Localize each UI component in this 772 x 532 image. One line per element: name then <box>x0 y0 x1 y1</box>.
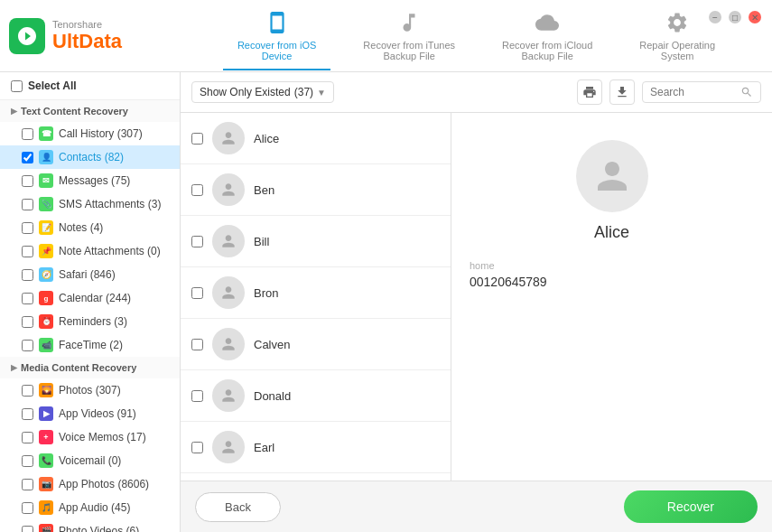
sidebar-item-voicemail[interactable]: 📞 Voicemail (0) <box>0 449 180 472</box>
export-button[interactable] <box>609 79 635 105</box>
notes-icon: 📝 <box>39 220 53 235</box>
header: Tenorshare UltData Recover from iOS Devi… <box>0 0 772 72</box>
contact-calven-avatar <box>212 328 245 360</box>
tab-icloud-label: Recover from iCloud Backup File <box>502 40 592 61</box>
phone-icon <box>264 9 291 36</box>
sidebar-item-app-audio[interactable]: 🎵 App Audio (45) <box>0 496 180 519</box>
note-att-checkbox[interactable] <box>22 246 33 257</box>
calendar-checkbox[interactable] <box>22 293 33 304</box>
sidebar-item-call-history[interactable]: ☎ Call History (307) <box>0 122 180 145</box>
app-photos-label: App Photos (8606) <box>59 478 169 490</box>
section-media-label: Media Content Recovery <box>21 362 136 373</box>
sidebar-item-calendar[interactable]: g Calendar (244) <box>0 286 180 310</box>
sidebar-item-sms-attachments[interactable]: 📎 SMS Attachments (3) <box>0 192 180 216</box>
photo-videos-checkbox[interactable] <box>22 526 33 533</box>
nav-tabs: Recover from iOS Device Recover from iTu… <box>190 2 763 70</box>
sidebar-item-photos[interactable]: 🌄 Photos (307) <box>0 378 180 402</box>
app-name: UltData <box>52 30 122 53</box>
facetime-checkbox[interactable] <box>22 340 33 351</box>
filter-dropdown[interactable]: Show Only Existed (37) ▼ <box>191 81 334 103</box>
notes-checkbox[interactable] <box>22 222 33 234</box>
tab-itunes[interactable]: Recover from iTunes Backup File <box>349 2 470 70</box>
contact-alice-checkbox[interactable] <box>191 133 203 145</box>
sidebar-item-note-attachments[interactable]: 📌 Note Attachments (0) <box>0 239 180 263</box>
photos-icon: 🌄 <box>39 383 53 397</box>
call-history-checkbox[interactable] <box>22 128 33 140</box>
photo-videos-label: Photo Videos (6) <box>59 525 169 532</box>
contact-calven-checkbox[interactable] <box>191 339 203 350</box>
contact-item-calven[interactable]: Calven <box>181 319 451 370</box>
minimize-button[interactable]: − <box>709 11 721 23</box>
detail-avatar <box>576 140 648 212</box>
reminders-label: Reminders (3) <box>59 315 169 328</box>
filter-count: (37) <box>294 86 313 98</box>
select-all-item[interactable]: Select All <box>0 72 180 100</box>
safari-checkbox[interactable] <box>22 269 33 281</box>
select-all-checkbox[interactable] <box>11 80 23 92</box>
contact-bill-avatar <box>212 225 245 257</box>
contact-ben-checkbox[interactable] <box>191 184 203 196</box>
contact-item-edison[interactable]: Edison <box>181 473 451 481</box>
contact-item-alice[interactable]: Alice <box>181 113 451 164</box>
close-button[interactable]: ✕ <box>749 11 761 23</box>
content-area: Show Only Existed (37) ▼ <box>181 72 772 532</box>
contact-item-bron[interactable]: Bron <box>181 267 451 319</box>
tab-ios-device[interactable]: Recover from iOS Device <box>223 2 330 70</box>
contact-item-donald[interactable]: Donald <box>181 370 451 422</box>
app-audio-checkbox[interactable] <box>22 502 33 514</box>
detail-field-label: home <box>470 260 495 271</box>
app-videos-checkbox[interactable] <box>22 408 33 420</box>
sidebar-item-voice-memos[interactable]: + Voice Memos (17) <box>0 425 180 449</box>
phone-icon: ☎ <box>39 126 53 141</box>
sidebar-item-safari[interactable]: 🧭 Safari (846) <box>0 263 180 286</box>
contact-donald-checkbox[interactable] <box>191 390 203 402</box>
contact-bill-name: Bill <box>254 235 269 248</box>
calendar-label: Calendar (244) <box>59 292 169 304</box>
sidebar-item-notes[interactable]: 📝 Notes (4) <box>0 216 180 239</box>
facetime-label: FaceTime (2) <box>59 339 169 351</box>
contact-alice-name: Alice <box>254 132 279 145</box>
maximize-button[interactable]: □ <box>729 11 741 23</box>
contact-alice-avatar <box>212 122 245 154</box>
print-button[interactable] <box>577 79 602 105</box>
main-content: Select All ▶ Text Content Recovery ☎ Cal… <box>0 72 772 532</box>
app-photos-checkbox[interactable] <box>22 479 33 490</box>
sidebar-item-photo-videos[interactable]: 🎬 Photo Videos (6) <box>0 519 180 532</box>
safari-label: Safari (846) <box>59 268 169 281</box>
contacts-checkbox[interactable] <box>22 152 33 163</box>
sidebar-item-contacts[interactable]: 👤 Contacts (82) <box>0 145 180 169</box>
note-att-label: Note Attachments (0) <box>59 245 169 257</box>
back-button[interactable]: Back <box>195 492 281 522</box>
contacts-label: Contacts (82) <box>59 151 169 163</box>
contact-item-earl[interactable]: Earl <box>181 422 451 473</box>
contact-bron-checkbox[interactable] <box>191 287 203 299</box>
list-area: Alice Ben Bill <box>181 113 772 481</box>
sidebar-item-facetime[interactable]: 📹 FaceTime (2) <box>0 333 180 357</box>
search-input[interactable] <box>650 86 740 98</box>
contact-earl-name: Earl <box>254 441 274 454</box>
contact-bill-checkbox[interactable] <box>191 236 203 247</box>
sidebar-item-app-videos[interactable]: ▶ App Videos (91) <box>0 402 180 425</box>
contact-item-bill[interactable]: Bill <box>181 216 451 267</box>
contact-item-ben[interactable]: Ben <box>181 164 451 216</box>
voicemail-checkbox[interactable] <box>22 455 33 467</box>
voice-memos-checkbox[interactable] <box>22 432 33 443</box>
app-logo-icon <box>9 18 45 54</box>
gear-icon <box>664 9 691 36</box>
sidebar-item-app-photos[interactable]: 📷 App Photos (8606) <box>0 472 180 496</box>
recover-button[interactable]: Recover <box>624 490 758 523</box>
voice-memos-label: Voice Memos (17) <box>59 431 169 443</box>
photos-checkbox[interactable] <box>22 385 33 397</box>
tab-icloud[interactable]: Recover from iCloud Backup File <box>488 2 607 70</box>
sidebar-item-messages[interactable]: ✉ Messages (75) <box>0 169 180 192</box>
section-arrow-icon: ▶ <box>11 107 17 116</box>
sidebar-item-reminders[interactable]: ⏰ Reminders (3) <box>0 310 180 333</box>
reminders-checkbox[interactable] <box>22 316 33 328</box>
sms-attachments-checkbox[interactable] <box>22 199 33 210</box>
app-photos-icon: 📷 <box>39 477 53 491</box>
notes-label: Notes (4) <box>59 221 169 234</box>
bottom-bar: Back Recover <box>181 481 772 532</box>
contact-earl-checkbox[interactable] <box>191 442 203 453</box>
messages-checkbox[interactable] <box>22 175 33 187</box>
messages-label: Messages (75) <box>59 174 169 187</box>
